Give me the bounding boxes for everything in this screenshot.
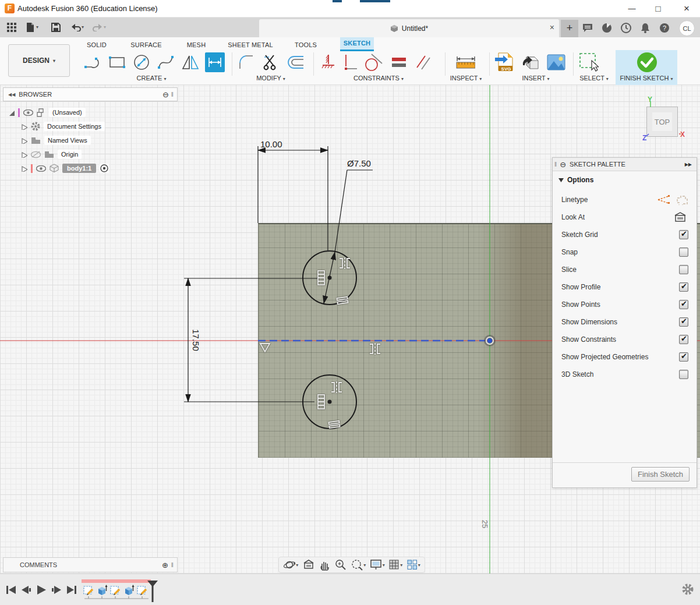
show-points-checkbox[interactable] xyxy=(679,300,688,309)
browser-panel-header[interactable]: ◀◀ BROWSER ⊖ ‖ xyxy=(3,87,178,101)
browser-item-label[interactable]: Origin xyxy=(58,150,82,159)
browser-item-origin[interactable]: Origin xyxy=(21,148,82,161)
insert-svg-icon[interactable]: SVG xyxy=(494,52,514,72)
zoom-icon[interactable] xyxy=(334,558,347,571)
save-icon[interactable] xyxy=(49,21,63,34)
file-menu-caret-icon[interactable]: ▾ xyxy=(36,24,38,30)
timeline-go-to-end-button[interactable] xyxy=(65,584,78,596)
measure-tool-icon[interactable] xyxy=(455,52,475,72)
browser-item-label[interactable]: Named Views xyxy=(44,136,91,145)
circle-center-lower[interactable] xyxy=(328,400,332,404)
timeline-play-button[interactable] xyxy=(35,584,48,596)
palette-finish-sketch-button[interactable]: Finish Sketch xyxy=(631,467,690,482)
ground-radio-icon[interactable] xyxy=(100,164,109,173)
centerline-linetype-icon[interactable] xyxy=(676,194,688,205)
browser-item-root[interactable]: (Unsaved) xyxy=(8,106,86,119)
timeline-feature-extrude-icon[interactable] xyxy=(123,584,135,596)
select-group-label[interactable]: SELECT ▾ xyxy=(574,75,614,82)
tab-mesh[interactable]: MESH xyxy=(183,38,210,51)
palette-collapse-icon[interactable]: ▶▶ xyxy=(685,162,692,167)
select-tool-icon[interactable] xyxy=(579,52,599,72)
undo-caret-icon[interactable]: ▾ xyxy=(82,24,84,30)
tangent-constraint-icon[interactable] xyxy=(363,52,383,72)
viewports-caret-icon[interactable]: ▾ xyxy=(418,562,420,568)
width-dimension[interactable] xyxy=(258,146,328,250)
inspect-group-label[interactable]: INSPECT ▾ xyxy=(446,75,486,82)
origin-point[interactable] xyxy=(484,335,496,346)
fix-constraint-badge-icon[interactable] xyxy=(318,395,324,409)
constraints-group-label[interactable]: CONSTRAINTS ▾ xyxy=(344,75,413,82)
undo-icon[interactable] xyxy=(69,21,83,34)
expand-arrow-icon[interactable] xyxy=(21,137,27,144)
orbit-icon[interactable]: ▾ xyxy=(283,558,298,571)
timeline-feature-extrude-icon[interactable] xyxy=(96,584,108,596)
offset-tool-icon[interactable] xyxy=(285,52,305,72)
width-dimension-text[interactable]: 10.00 xyxy=(260,139,282,149)
expand-arrow-icon[interactable] xyxy=(21,165,27,172)
design-workspace-dropdown[interactable]: DESIGN ▾ xyxy=(8,44,70,77)
construction-linetype-icon[interactable] xyxy=(657,194,671,205)
visibility-off-eye-icon[interactable] xyxy=(31,151,41,158)
diameter-dimension[interactable] xyxy=(324,170,373,303)
show-profile-checkbox[interactable] xyxy=(679,282,688,292)
line-tool-icon[interactable] xyxy=(83,52,102,72)
new-tab-button[interactable]: + xyxy=(561,20,578,37)
fix-constraint-icon[interactable] xyxy=(318,52,338,72)
expand-arrow-icon[interactable] xyxy=(21,123,27,130)
circle-tool-icon[interactable] xyxy=(132,52,151,72)
snap-checkbox[interactable] xyxy=(679,247,688,257)
orbit-caret-icon[interactable]: ▾ xyxy=(296,562,298,568)
slice-checkbox[interactable] xyxy=(679,265,688,274)
look-at-icon[interactable] xyxy=(674,212,687,222)
symmetry-constraint-icon[interactable] xyxy=(331,381,342,393)
display-caret-icon[interactable]: ▾ xyxy=(383,562,385,568)
insert-derive-icon[interactable] xyxy=(521,52,540,72)
close-button[interactable]: × xyxy=(677,1,697,16)
tab-close-icon[interactable]: × xyxy=(550,23,554,32)
browser-item-label[interactable]: Document Settings xyxy=(44,122,105,131)
sketch-dimension-tool-icon[interactable] xyxy=(205,52,225,72)
height-dimension-text[interactable]: 17.50 xyxy=(191,329,201,351)
app-grid-icon[interactable] xyxy=(5,21,19,34)
browser-item-named-views[interactable]: Named Views xyxy=(21,134,91,147)
clock-history-icon[interactable] xyxy=(618,21,634,35)
palette-drag-handle[interactable]: ‖ xyxy=(554,161,557,168)
timeline-settings-gear-icon[interactable] xyxy=(681,583,694,596)
tab-sheet-metal[interactable]: SHEET METAL xyxy=(224,38,277,51)
browser-item-document-settings[interactable]: Document Settings xyxy=(21,120,105,133)
display-settings-icon[interactable]: ▾ xyxy=(370,559,385,571)
look-at-nav-icon[interactable] xyxy=(302,559,315,571)
browser-item-label[interactable]: (Unsaved) xyxy=(49,108,86,117)
tab-solid[interactable]: SOLID xyxy=(82,38,112,51)
equal-constraint-icon[interactable] xyxy=(328,421,340,428)
trim-tool-icon[interactable] xyxy=(261,52,281,72)
tab-surface[interactable]: SURFACE xyxy=(124,38,168,51)
grid-snap-settings-icon[interactable]: ▾ xyxy=(388,559,402,571)
comments-panel-header[interactable]: COMMENTS ⊕ ‖ xyxy=(3,557,178,572)
horizontal-vertical-constraint-icon[interactable] xyxy=(340,52,360,72)
palette-display-toggle-icon[interactable]: ⊖ xyxy=(560,160,566,169)
pan-icon[interactable] xyxy=(319,559,330,571)
user-avatar[interactable]: CL xyxy=(679,20,695,36)
redo-caret-icon[interactable]: ▾ xyxy=(104,24,106,30)
timeline-step-forward-button[interactable] xyxy=(50,584,63,596)
expand-arrow-icon[interactable] xyxy=(21,151,27,158)
model-canvas[interactable]: 10.00 Ø7.50 17.50 25 xyxy=(0,85,700,574)
job-status-icon[interactable] xyxy=(580,21,595,35)
browser-display-toggle-icon[interactable]: ⊖ xyxy=(162,90,169,99)
fix-constraint-badge-icon[interactable] xyxy=(318,271,324,285)
document-tab[interactable]: Untitled* × xyxy=(259,19,559,37)
browser-collapse-icon[interactable]: ◀◀ xyxy=(8,92,15,97)
finish-sketch-button[interactable]: FINISH SKETCH ▾ xyxy=(616,50,677,85)
tab-sketch[interactable]: SKETCH xyxy=(340,37,374,51)
browser-item-body[interactable]: body1:1 xyxy=(21,162,109,175)
comments-drag-handle[interactable]: ‖ xyxy=(171,562,174,568)
maximize-button[interactable]: □ xyxy=(648,1,668,16)
timeline-feature-sketch-icon[interactable] xyxy=(83,584,95,596)
visibility-eye-icon[interactable] xyxy=(23,109,33,116)
notifications-bell-icon[interactable] xyxy=(638,21,653,35)
show-dimensions-checkbox[interactable] xyxy=(679,317,688,327)
create-group-label[interactable]: CREATE ▾ xyxy=(122,75,181,82)
browser-drag-handle[interactable]: ‖ xyxy=(171,91,174,98)
mirror-tool-icon[interactable] xyxy=(181,52,200,72)
